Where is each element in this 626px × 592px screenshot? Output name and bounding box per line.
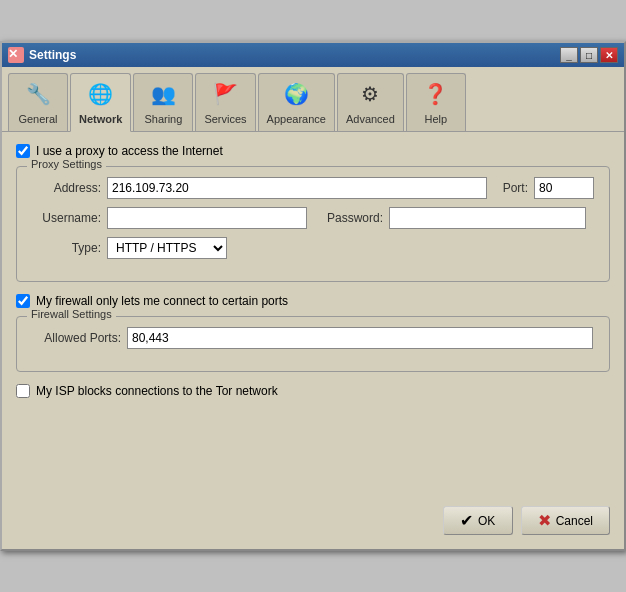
content-spacer [16,406,610,486]
isp-blocks-label[interactable]: My ISP blocks connections to the Tor net… [36,384,278,398]
password-label: Password: [313,211,383,225]
proxy-settings-group: Proxy Settings Address: Port: Username: … [16,166,610,282]
port-label: Port: [493,181,528,195]
use-proxy-row: I use a proxy to access the Internet [16,144,610,158]
use-proxy-label[interactable]: I use a proxy to access the Internet [36,144,223,158]
tab-sharing[interactable]: 👥 Sharing [133,73,193,131]
firewall-group-label: Firewall Settings [27,308,116,320]
sharing-icon: 👥 [147,78,179,110]
maximize-button[interactable]: □ [580,47,598,63]
close-button[interactable]: ✕ [600,47,618,63]
titlebar: ✕ Settings _ □ ✕ [2,43,624,67]
network-icon: 🌐 [85,78,117,110]
content-area: I use a proxy to access the Internet Pro… [2,132,624,498]
tab-general[interactable]: 🔧 General [8,73,68,131]
ok-icon: ✔ [460,511,473,530]
tab-help[interactable]: ❓ Help [406,73,466,131]
tab-general-label: General [18,113,57,125]
address-input[interactable] [107,177,487,199]
advanced-icon: ⚙ [354,78,386,110]
tabs-bar: 🔧 General 🌐 Network 👥 Sharing 🚩 Services… [2,67,624,132]
tab-advanced[interactable]: ⚙ Advanced [337,73,404,131]
cancel-label: Cancel [556,514,593,528]
footer: ✔ OK ✖ Cancel [2,498,624,549]
firewall-only-label[interactable]: My firewall only lets me connect to cert… [36,294,288,308]
tab-network[interactable]: 🌐 Network [70,73,131,132]
appearance-icon: 🌍 [280,78,312,110]
isp-blocks-checkbox[interactable] [16,384,30,398]
titlebar-left: ✕ Settings [8,47,76,63]
proxy-group-label: Proxy Settings [27,158,106,170]
type-select[interactable]: HTTP / HTTPS SOCKS 4 SOCKS 5 [107,237,227,259]
username-label: Username: [31,211,101,225]
minimize-button[interactable]: _ [560,47,578,63]
tab-services[interactable]: 🚩 Services [195,73,255,131]
tab-network-label: Network [79,113,122,125]
ok-button[interactable]: ✔ OK [443,506,513,535]
firewall-settings-group: Firewall Settings Allowed Ports: [16,316,610,372]
ok-label: OK [478,514,495,528]
help-icon: ❓ [420,78,452,110]
services-icon: 🚩 [210,78,242,110]
allowed-ports-row: Allowed Ports: [31,327,595,349]
firewall-only-row: My firewall only lets me connect to cert… [16,294,610,308]
password-input[interactable] [389,207,586,229]
isp-row: My ISP blocks connections to the Tor net… [16,384,610,398]
firewall-only-checkbox[interactable] [16,294,30,308]
tab-services-label: Services [204,113,246,125]
address-label: Address: [31,181,101,195]
type-row: Type: HTTP / HTTPS SOCKS 4 SOCKS 5 [31,237,595,259]
tab-sharing-label: Sharing [144,113,182,125]
settings-window: ✕ Settings _ □ ✕ 🔧 General 🌐 Network 👥 S… [0,41,626,551]
general-icon: 🔧 [22,78,54,110]
port-input[interactable] [534,177,594,199]
username-row: Username: Password: [31,207,595,229]
use-proxy-checkbox[interactable] [16,144,30,158]
allowed-ports-input[interactable] [127,327,593,349]
tab-appearance-label: Appearance [267,113,326,125]
titlebar-buttons: _ □ ✕ [560,47,618,63]
address-row: Address: Port: [31,177,595,199]
type-label: Type: [31,241,101,255]
tab-appearance[interactable]: 🌍 Appearance [258,73,335,131]
cancel-icon: ✖ [538,511,551,530]
username-input[interactable] [107,207,307,229]
tab-advanced-label: Advanced [346,113,395,125]
tab-help-label: Help [425,113,448,125]
window-title: Settings [29,48,76,62]
allowed-ports-label: Allowed Ports: [31,331,121,345]
app-icon: ✕ [8,47,24,63]
cancel-button[interactable]: ✖ Cancel [521,506,610,535]
